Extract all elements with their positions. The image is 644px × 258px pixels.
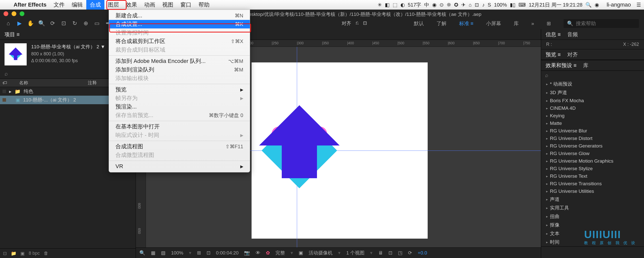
camera-dropdown[interactable]: 活动摄像机: [309, 250, 333, 256]
preset-category[interactable]: ▸RG Universe Text: [541, 172, 644, 180]
preset-category[interactable]: ▸声道: [541, 195, 644, 204]
battery[interactable]: 100%: [494, 2, 507, 8]
effects-search[interactable]: ⌕: [541, 71, 644, 80]
preset-category[interactable]: ▸RG Universe Distort: [541, 135, 644, 142]
app-name[interactable]: After Effects: [10, 2, 50, 8]
channel-icon[interactable]: 👁: [256, 250, 260, 256]
menu-view[interactable]: 视图: [159, 0, 177, 10]
tray-icon[interactable]: ⌂: [469, 2, 472, 8]
preset-category[interactable]: ▸Matte: [541, 120, 644, 127]
trash-icon[interactable]: 🗑: [44, 251, 48, 256]
preview-tab[interactable]: 预览 ≡: [546, 51, 561, 58]
info-tab[interactable]: 信息 ≡: [546, 31, 561, 38]
preset-category[interactable]: ▸RG Universe Transitions: [541, 180, 644, 188]
menu-help[interactable]: 帮助: [195, 0, 213, 10]
menu-item[interactable]: 合成设置...⌘K: [109, 20, 250, 28]
align-tab[interactable]: 对齐: [567, 51, 578, 58]
library-tab[interactable]: 库: [583, 62, 588, 69]
rotation-tool[interactable]: ↻: [70, 19, 79, 28]
tray-icon[interactable]: ✈: [461, 2, 466, 8]
workspace-default[interactable]: 默认: [414, 20, 424, 27]
preset-category[interactable]: ▸实用工具: [541, 204, 644, 212]
home-button[interactable]: ⌂: [4, 19, 13, 28]
menu-item[interactable]: 合成流程图⇧⌘F11: [109, 142, 250, 151]
quality-dropdown[interactable]: 完整: [275, 250, 285, 256]
bpc-button[interactable]: 8 bpc: [29, 251, 40, 256]
close-button[interactable]: [4, 11, 8, 16]
color-icon[interactable]: ✿: [266, 250, 270, 256]
spotlight-icon[interactable]: 🔍: [585, 2, 592, 8]
snap-label[interactable]: 对齐: [342, 20, 351, 27]
timecode[interactable]: 0:00:04:20: [216, 250, 239, 256]
tray-icon[interactable]: ❊: [447, 2, 451, 8]
hand-tool[interactable]: ✋: [26, 19, 35, 28]
resolution-icon[interactable]: ⊞: [197, 250, 201, 256]
preset-category[interactable]: ▸3D 声道: [541, 88, 644, 97]
menu-item[interactable]: 预渲染...: [109, 102, 250, 111]
zoom-value[interactable]: 100%: [171, 250, 183, 256]
expand-icon[interactable]: ▸: [9, 89, 12, 94]
workspace-small[interactable]: 小屏幕: [486, 20, 501, 27]
menu-layer[interactable]: 图层: [104, 0, 123, 10]
preset-category[interactable]: ▸RG Universe Utilities: [541, 188, 644, 195]
preset-category[interactable]: ▸RG Universe Blur: [541, 127, 644, 135]
alpha-icon[interactable]: ▦: [151, 250, 155, 256]
workspace-learn[interactable]: 了解: [436, 20, 447, 27]
tag-icon[interactable]: 🏷: [3, 80, 7, 86]
magnify-icon[interactable]: 🔍: [139, 250, 145, 256]
tray-icon[interactable]: ◧: [385, 2, 390, 8]
char-count[interactable]: 517字: [408, 2, 421, 8]
wechat-icon[interactable]: ✳: [378, 2, 382, 8]
view-icon[interactable]: ▣: [299, 250, 303, 256]
preset-category[interactable]: ▸RG Universe Glow: [541, 150, 644, 157]
views-dropdown[interactable]: 1 个视图: [346, 250, 365, 256]
effects-tab[interactable]: 效果和预设 ≡: [546, 62, 577, 69]
view-icon[interactable]: ◳: [398, 250, 403, 256]
menu-item[interactable]: VR▶: [109, 162, 250, 171]
menu-item[interactable]: 预览▶: [109, 85, 250, 94]
user-name[interactable]: li-angmao: [607, 2, 631, 8]
menu-effect[interactable]: 效果: [123, 0, 141, 10]
selection-tool[interactable]: ▶: [15, 19, 24, 28]
snapshot-icon[interactable]: 📷: [244, 250, 250, 256]
siri-icon[interactable]: ◉: [595, 2, 599, 8]
workspace-library[interactable]: 库: [514, 20, 519, 27]
menu-animation[interactable]: 动画: [141, 0, 159, 10]
view-icon[interactable]: 🖥: [378, 250, 383, 256]
preset-category[interactable]: ▸Keying: [541, 112, 644, 120]
workspace-standard[interactable]: 标准 ≡: [459, 20, 473, 27]
camera-tool[interactable]: ⊡: [59, 19, 68, 28]
menu-item[interactable]: 新建合成...⌘N: [109, 11, 250, 20]
tray-icon[interactable]: ◐: [400, 2, 405, 8]
menu-item[interactable]: 添加到渲染队列⌘M: [109, 65, 250, 74]
minimize-button[interactable]: [12, 11, 16, 16]
comp-icon[interactable]: ▣: [20, 251, 25, 256]
menu-item[interactable]: 添加到 Adobe Media Encoder 队列...⌥⌘M: [109, 57, 250, 65]
menu-window[interactable]: 窗口: [177, 0, 195, 10]
snap-icon[interactable]: ⊡: [363, 20, 367, 27]
battery-icon[interactable]: ▮▯: [510, 2, 515, 8]
shape-tool[interactable]: ▭: [92, 19, 102, 28]
menu-composition[interactable]: 合成: [86, 0, 104, 10]
workspace-more-icon[interactable]: »: [531, 21, 534, 26]
tray-icon[interactable]: 中: [424, 2, 429, 8]
exposure[interactable]: +0.0: [418, 250, 427, 256]
snap-icon[interactable]: ⎌: [356, 20, 358, 27]
preset-category[interactable]: ▸抠像: [541, 221, 644, 229]
control-center-icon[interactable]: ☰: [636, 2, 641, 8]
folder-icon[interactable]: 📁: [11, 251, 16, 256]
comp-thumbnail[interactable]: [5, 43, 27, 65]
audio-tab[interactable]: 音频: [567, 31, 578, 38]
col-name[interactable]: 名称: [19, 80, 83, 86]
preset-category[interactable]: ▸RG Universe Generators: [541, 142, 644, 150]
preset-category[interactable]: ▸RG Universe Stylize: [541, 165, 644, 172]
preset-category[interactable]: ▸RG Universe Motion Graphics: [541, 157, 644, 165]
grid-icon[interactable]: ⊡: [207, 250, 211, 256]
zoom-tool[interactable]: 🔍: [37, 19, 46, 28]
tray-icon[interactable]: ✪: [454, 2, 458, 8]
keyboard-icon[interactable]: ⌨: [518, 2, 526, 8]
tray-icon[interactable]: ◉: [432, 2, 436, 8]
preset-category[interactable]: ▸扭曲: [541, 212, 644, 221]
menu-edit[interactable]: 编辑: [68, 0, 86, 10]
menu-item[interactable]: 将合成裁剪到工作区⇧⌘X: [109, 37, 250, 46]
